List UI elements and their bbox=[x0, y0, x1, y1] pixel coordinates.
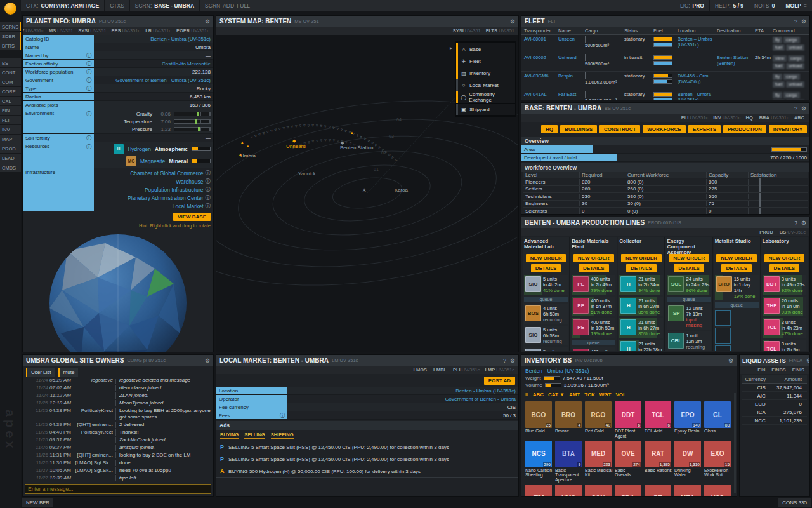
infrastructure-link[interactable]: Planetary Administration Center ⓘ bbox=[94, 194, 213, 202]
location-link[interactable]: DW-456 - Orm (DW-456g) bbox=[678, 74, 717, 84]
map-marker-icon[interactable]: ▴ bbox=[239, 152, 242, 157]
molp-menu[interactable]: MOLP ≡ bbox=[780, 0, 812, 11]
panel-tab[interactable]: BSUV-351c bbox=[780, 229, 806, 235]
panel-tab[interactable]: MSUV-351 bbox=[49, 28, 73, 34]
gear-icon[interactable]: ⚙ bbox=[801, 220, 806, 226]
sidebar-item[interactable]: CXL bbox=[0, 97, 21, 105]
sidebar-item[interactable]: MAP bbox=[0, 135, 21, 144]
ship-command-button[interactable]: unload bbox=[786, 63, 804, 69]
panel-tab[interactable]: FIN bbox=[757, 367, 766, 373]
message-user[interactable]: legosteve bbox=[74, 379, 113, 384]
panel-tab[interactable]: PLIUV-351c bbox=[681, 115, 708, 121]
panel-tab[interactable]: POPRUV-351c bbox=[176, 28, 209, 34]
base-action-button[interactable]: BUILDINGS bbox=[560, 125, 597, 133]
ship-command-button[interactable]: view bbox=[773, 55, 787, 62]
material-tile[interactable]: HMS bbox=[555, 485, 582, 496]
sidebar-item[interactable]: CONT bbox=[0, 68, 21, 77]
ship-command-button[interactable]: fly bbox=[773, 92, 782, 98]
help-icon[interactable]: ? bbox=[794, 220, 797, 226]
gear-icon[interactable]: ⚙ bbox=[205, 18, 210, 25]
gear-icon[interactable]: ⚙ bbox=[510, 358, 515, 364]
production-order-card[interactable]: THF 20 units in 1h 0m 93% done bbox=[763, 297, 806, 316]
info-icon[interactable]: ⓘ bbox=[86, 85, 91, 92]
base-action-button[interactable]: HQ bbox=[541, 125, 558, 133]
production-order-card[interactable]: DDT 3 units in 49m 23s 92% done bbox=[763, 275, 806, 295]
panel-tab[interactable]: FLTSUV-351 bbox=[486, 28, 514, 34]
infrastructure-link[interactable]: Population Infrastructure ⓘ bbox=[94, 185, 213, 194]
details-button[interactable]: DETAILS bbox=[674, 264, 704, 272]
material-tile[interactable]: NCS 296 bbox=[525, 441, 552, 467]
panel-tab[interactable]: HQ bbox=[745, 115, 754, 121]
post-ad-button[interactable]: POST AD bbox=[484, 377, 515, 385]
details-button[interactable]: DETAILS bbox=[769, 264, 800, 272]
transponder-link[interactable]: AVI-03GM6 bbox=[524, 74, 558, 79]
ship-command-button[interactable]: fuel bbox=[773, 81, 785, 88]
sidebar-item[interactable]: LEAD bbox=[0, 154, 21, 163]
sort-option[interactable]: WGT bbox=[599, 392, 612, 398]
panel-tab[interactable]: FINIS bbox=[792, 367, 806, 373]
details-button[interactable]: DETAILS bbox=[579, 264, 609, 272]
empty-order-slot[interactable] bbox=[715, 328, 731, 344]
ship-command-button[interactable]: fly bbox=[773, 74, 782, 80]
panel-tab[interactable]: PROD bbox=[759, 229, 775, 235]
panel-tab[interactable]: SYSIUV-351 bbox=[78, 28, 106, 34]
production-order-card[interactable]: SIO 5 units 6h 53m recurring bbox=[524, 326, 568, 345]
chat-message-list[interactable]: 11/24 03:50 AM CorgisPlayas joined. 11/2… bbox=[23, 379, 213, 482]
panel-tab[interactable]: LMOS bbox=[413, 367, 428, 373]
material-tile[interactable]: GL 88 bbox=[704, 401, 731, 428]
map-body-label[interactable]: Yannick bbox=[298, 171, 316, 177]
base-action-button[interactable]: CONSTRUCT bbox=[599, 125, 640, 133]
gear-icon[interactable]: ⚙ bbox=[801, 105, 806, 112]
map-body-label[interactable]: Benten Station bbox=[340, 145, 373, 150]
ship-command-button[interactable]: fuel bbox=[773, 44, 785, 51]
map-body-label[interactable]: Umbra bbox=[240, 153, 256, 159]
material-tile[interactable]: DW 1,310 bbox=[674, 441, 701, 467]
new-order-button[interactable]: NEW ORDER bbox=[669, 254, 709, 262]
gear-icon[interactable]: ⚙ bbox=[806, 358, 810, 364]
material-tile[interactable]: DDT 6 bbox=[615, 401, 641, 428]
sidebar-item[interactable]: INV bbox=[0, 125, 21, 134]
sidebar-item[interactable]: SDBR bbox=[0, 32, 21, 41]
sidebar-item[interactable]: BFRS bbox=[0, 41, 21, 50]
message-user[interactable]: PoliticalyKrect bbox=[74, 408, 113, 414]
ship-command-button[interactable]: fuel bbox=[773, 63, 785, 69]
scrn-value[interactable]: BASE - UMBRA bbox=[154, 3, 194, 9]
material-tile[interactable]: PDA bbox=[615, 485, 641, 496]
message-user[interactable]: [QHT] eminen... bbox=[74, 422, 113, 428]
panel-tab[interactable]: LMBL bbox=[433, 367, 448, 373]
base-action-button[interactable]: EXPERTS bbox=[688, 125, 721, 133]
info-icon[interactable]: ⓘ bbox=[86, 77, 91, 84]
new-order-button[interactable]: NEW ORDER bbox=[526, 254, 566, 262]
material-tile[interactable]: RGO 40 bbox=[585, 401, 612, 428]
material-tile[interactable]: SCN bbox=[585, 485, 612, 496]
material-tile[interactable]: MED 223 bbox=[585, 441, 612, 467]
panel-tab[interactable]: ARC bbox=[794, 115, 806, 121]
message-user[interactable]: [LMAO] Sgt.Sk... bbox=[74, 460, 113, 466]
panel-tab[interactable]: LRUV-351c bbox=[145, 28, 171, 34]
menu-icon[interactable]: ≡ bbox=[804, 3, 807, 9]
location-link[interactable]: — bbox=[678, 55, 717, 61]
base-action-button[interactable]: PRODUCTION bbox=[723, 125, 766, 133]
info-icon[interactable]: ⓘ bbox=[86, 110, 91, 117]
ctxs-button[interactable]: CTXS bbox=[105, 0, 130, 11]
legend-item[interactable]: ○ Local Market bbox=[456, 79, 515, 91]
info-icon[interactable]: ⓘ bbox=[86, 135, 91, 142]
panel-tab[interactable]: FINBS bbox=[771, 367, 787, 373]
sidebar-item[interactable]: CMDS bbox=[0, 163, 21, 172]
new-order-button[interactable]: NEW ORDER bbox=[573, 254, 614, 262]
sun-icon[interactable]: ☀ bbox=[362, 187, 367, 194]
panel-tab[interactable]: PLIUV-351c bbox=[453, 367, 480, 373]
planet-render[interactable] bbox=[23, 232, 213, 352]
material-ticker-icon[interactable]: MG bbox=[126, 156, 136, 166]
material-tile[interactable]: MEA bbox=[674, 485, 701, 496]
production-order-card[interactable]: H 21 units in 6h 27m 85% done bbox=[619, 318, 663, 338]
view-base-button[interactable]: VIEW BASE bbox=[173, 213, 211, 221]
add-button[interactable]: ADD bbox=[223, 3, 234, 9]
infrastructure-link[interactable]: Local Market ⓘ bbox=[94, 202, 213, 210]
ship-command-button[interactable]: cargo bbox=[783, 74, 800, 80]
ship-name-link[interactable]: Far East bbox=[558, 92, 585, 98]
sidebar-item[interactable]: BS bbox=[0, 58, 21, 67]
info-icon[interactable]: ⓘ bbox=[206, 178, 211, 185]
sidebar-item[interactable]: COM bbox=[0, 77, 21, 86]
panel-tab[interactable]: INVUV-351c bbox=[713, 115, 740, 121]
